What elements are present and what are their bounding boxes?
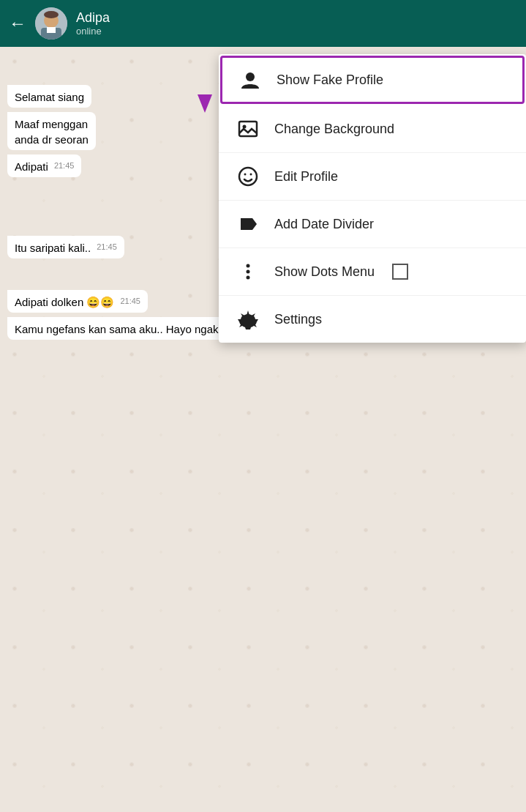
contact-status: online (76, 26, 517, 37)
svg-marker-5 (198, 94, 212, 113)
message-time: 21:45 (97, 242, 117, 253)
svg-point-3 (44, 11, 59, 18)
menu-item-label: Settings (274, 312, 322, 327)
menu-item-label: Change Background (274, 122, 394, 137)
svg-point-9 (239, 168, 257, 185)
menu-item-label: Show Fake Profile (277, 72, 383, 88)
svg-point-12 (247, 264, 250, 268)
menu-item-label: Show Dots Menu (274, 264, 375, 280)
chat-header: ← Adipa online (0, 0, 526, 47)
dropdown-menu: Show Fake Profile Change Background (219, 54, 526, 343)
message-text: Kamu ngefans kan sama aku.. Hayo ngaku (15, 323, 225, 335)
menu-item-change-background[interactable]: Change Background (219, 105, 526, 153)
message-bubble: Selamat siang (7, 85, 91, 108)
message-bubble: Itu saripati kali.. 21:45 (7, 236, 124, 258)
svg-point-14 (247, 276, 250, 280)
svg-rect-4 (47, 27, 56, 33)
svg-point-11 (250, 174, 252, 176)
message-time: 21:45 (120, 296, 140, 307)
menu-item-show-fake-profile[interactable]: Show Fake Profile (220, 56, 525, 104)
menu-item-edit-profile[interactable]: Edit Profile (219, 153, 526, 201)
menu-item-show-dots-menu[interactable]: Show Dots Menu (219, 248, 526, 296)
header-info: Adipa online (76, 10, 517, 37)
contact-name: Adipa (76, 10, 517, 26)
menu-item-settings[interactable]: Settings (219, 296, 526, 343)
message-text: Maaf menggananda dr seoran (15, 118, 89, 146)
message-bubble: Adipati dolken 😄😄 21:45 (7, 290, 148, 313)
svg-point-13 (247, 270, 250, 274)
menu-checkbox[interactable] (392, 264, 408, 280)
message-bubble: Adipati 21:45 (7, 154, 81, 177)
image-icon (236, 117, 260, 141)
svg-rect-7 (239, 122, 257, 136)
svg-point-6 (246, 72, 255, 81)
smiley-icon (236, 165, 260, 188)
menu-item-label: Add Date Divider (274, 217, 374, 232)
avatar[interactable] (35, 7, 67, 40)
tag-icon (236, 212, 260, 236)
dots-icon (236, 260, 260, 283)
message-text: Adipati (15, 160, 48, 173)
back-button[interactable]: ← (9, 13, 26, 34)
svg-point-10 (244, 174, 247, 176)
svg-point-8 (243, 125, 247, 129)
chat-area: Klik ini Selamat siang Maaf menggananda … (0, 47, 526, 812)
menu-item-add-date-divider[interactable]: Add Date Divider (219, 201, 526, 248)
gear-icon (236, 308, 260, 331)
menu-item-label: Edit Profile (274, 169, 338, 185)
message-time: 21:45 (54, 160, 75, 171)
message-bubble: Maaf menggananda dr seoran (7, 112, 96, 150)
message-text: Adipati dolken 😄😄 (15, 296, 114, 308)
message-text: Itu saripati kali.. (15, 242, 91, 254)
dropdown-arrow (190, 91, 219, 123)
message-text: Selamat siang (15, 91, 84, 103)
person-icon (238, 68, 262, 92)
